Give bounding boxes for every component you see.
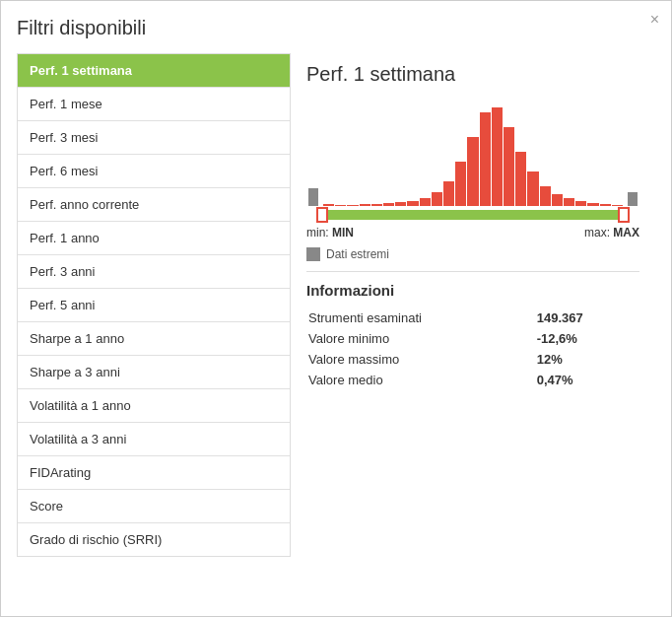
close-button[interactable]: × [650, 11, 659, 29]
histogram [306, 98, 639, 206]
info-label: Valore medio [308, 371, 515, 389]
sidebar-item-volatilita-3-anni[interactable]: Volatilità a 3 anni [18, 423, 290, 456]
histogram-bar [467, 137, 478, 206]
range-track [316, 210, 630, 220]
sidebar-item-perf-3-anni[interactable]: Perf. 3 anni [18, 255, 290, 289]
histogram-bar [383, 203, 394, 206]
histogram-bar-left-outlier [308, 188, 318, 206]
info-value: 149.367 [517, 308, 638, 327]
histogram-bar-right-outlier [628, 192, 638, 206]
histogram-bar [432, 192, 442, 206]
sidebar-item-volatilita-1-anno[interactable]: Volatilità a 1 anno [18, 389, 290, 423]
content-area: Perf. 1 settimanaPerf. 1 mesePerf. 3 mes… [17, 53, 655, 557]
histogram-bar [587, 203, 598, 206]
sidebar-item-perf-5-anni[interactable]: Perf. 5 anni [18, 289, 290, 322]
range-handle-right[interactable] [618, 207, 630, 223]
range-min-label: min: MIN [306, 226, 354, 240]
info-value: 0,47% [517, 371, 638, 389]
histogram-bar [420, 198, 431, 206]
histogram-bar [360, 204, 370, 206]
info-label: Strumenti esaminati [308, 308, 515, 327]
sidebar-item-fidarating[interactable]: FIDArating [18, 456, 290, 490]
info-value: -12,6% [517, 329, 638, 348]
info-table-row: Strumenti esaminati149.367 [308, 308, 638, 327]
histogram-bar [600, 204, 611, 206]
sidebar-item-perf-1-mese[interactable]: Perf. 1 mese [18, 88, 290, 121]
histogram-bar [527, 171, 538, 206]
info-title: Informazioni [306, 282, 639, 299]
sidebar-item-perf-anno-corrente[interactable]: Perf. anno corrente [18, 188, 290, 222]
sidebar-item-score[interactable]: Score [18, 490, 290, 523]
histogram-bar [552, 194, 563, 206]
info-table-row: Valore medio0,47% [308, 371, 638, 389]
dati-estremi-row: Dati estremi [306, 247, 639, 261]
sidebar-item-sharpe-1-anno[interactable]: Sharpe a 1 anno [18, 322, 290, 356]
info-label: Valore minimo [308, 329, 515, 348]
histogram-bar [492, 107, 503, 206]
histogram-bar [407, 201, 418, 206]
histogram-bar [371, 204, 382, 206]
dati-estremi-icon [306, 247, 320, 261]
histogram-bar [480, 112, 491, 206]
sidebar-item-perf-6-mesi[interactable]: Perf. 6 mesi [18, 155, 290, 188]
info-label: Valore massimo [308, 350, 515, 369]
histogram-bar [335, 205, 346, 206]
histogram-bar [564, 198, 574, 206]
range-max-label: max: MAX [584, 226, 639, 240]
histogram-bar [575, 201, 586, 206]
main-panel: Perf. 1 settimana min: MIN [291, 53, 655, 557]
dialog-title: Filtri disponibili [17, 17, 655, 39]
range-handle-left[interactable] [316, 207, 328, 223]
histogram-bar [504, 127, 514, 206]
sidebar-item-sharpe-3-anni[interactable]: Sharpe a 3 anni [18, 356, 290, 389]
sidebar: Perf. 1 settimanaPerf. 1 mesePerf. 3 mes… [17, 53, 291, 557]
sidebar-item-perf-1-anno[interactable]: Perf. 1 anno [18, 222, 290, 255]
sidebar-item-perf-3-mesi[interactable]: Perf. 3 mesi [18, 121, 290, 155]
sidebar-item-perf-1-settimana[interactable]: Perf. 1 settimana [18, 54, 290, 88]
filtri-dialog: × Filtri disponibili Perf. 1 settimanaPe… [0, 0, 672, 617]
panel-title: Perf. 1 settimana [306, 63, 639, 86]
histogram-bar [347, 205, 358, 206]
histogram-bar [515, 152, 526, 206]
info-value: 12% [517, 350, 638, 369]
range-labels: min: MIN max: MAX [306, 226, 639, 240]
range-slider[interactable] [316, 210, 630, 220]
histogram-wrapper [306, 98, 639, 206]
histogram-bar [612, 205, 623, 206]
sidebar-item-grado-rischio[interactable]: Grado di rischio (SRRI) [18, 523, 290, 556]
info-table-row: Valore massimo12% [308, 350, 638, 369]
dati-estremi-label: Dati estremi [326, 247, 389, 261]
info-table-row: Valore minimo-12,6% [308, 329, 638, 348]
histogram-bar [443, 181, 454, 206]
histogram-bar [323, 204, 334, 206]
info-table: Strumenti esaminati149.367Valore minimo-… [306, 307, 639, 391]
histogram-bar [395, 202, 406, 206]
divider [306, 271, 639, 272]
histogram-bar [540, 186, 551, 206]
histogram-bar [455, 162, 466, 206]
